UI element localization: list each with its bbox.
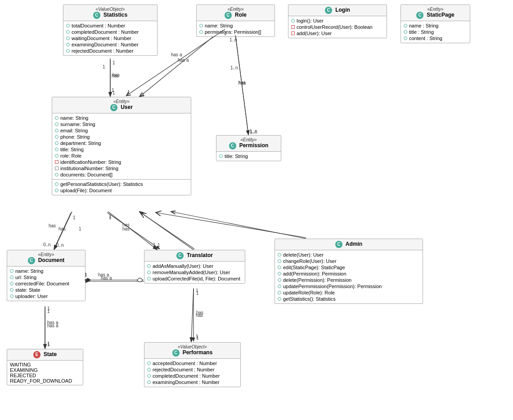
state-val-2: EXAMINING (10, 367, 80, 373)
box-admin: C Admin delete(User): User changeRole(Us… (274, 239, 423, 304)
translator-circle: C (176, 252, 184, 259)
statistics-attr-2: completedDocument : Number (66, 29, 154, 35)
state-circle: E (33, 351, 40, 358)
dot (66, 36, 70, 40)
permission-attrs: title: String (216, 152, 281, 161)
label-1-trans2: 1 (153, 242, 156, 247)
statistics-stereotype: «ValueObject» (66, 7, 154, 12)
user-circle: C (110, 104, 117, 111)
staticpage-header: «Entity» C StaticPage (401, 5, 470, 21)
box-statistics: «ValueObject» C Statistics totalDocument… (63, 5, 158, 56)
staticpage-attrs: name : String title : String content : S… (401, 21, 470, 43)
role-attr-2: permissions: Permission[] (199, 29, 272, 35)
label-1-doc: 1 (79, 226, 81, 231)
admin-method-7: updateRole(Role): Role (278, 289, 420, 296)
svg-text:1: 1 (127, 90, 130, 95)
login-method-2: controlUserRecord(User): Boolean (291, 24, 384, 30)
statistics-attr-5: rejectedDocument : Number (66, 48, 154, 54)
box-login: C Login login(): User controlUserRecord(… (288, 5, 387, 38)
admin-circle: C (335, 241, 342, 248)
permission-title: Permission (239, 142, 269, 149)
dot (66, 49, 70, 53)
user-method-1: getPersonalStatistics(User): Statistics (55, 181, 188, 187)
svg-line-8 (140, 212, 194, 250)
state-values: WAITING EXAMINING REJECTED READY_FOR_DOW… (7, 361, 83, 385)
dot (10, 288, 14, 292)
dot (147, 271, 151, 274)
performans-stereotype: «ValueObject» (147, 344, 238, 349)
dot (10, 275, 14, 279)
translator-methods: addAsManually(User): User removeManually… (144, 262, 245, 283)
statistics-title: C Statistics (66, 12, 154, 19)
permission-circle: C (229, 142, 236, 149)
svg-text:1: 1 (158, 243, 160, 248)
translator-title-row: C Translator (147, 252, 242, 259)
dot (404, 24, 407, 27)
admin-method-2: changeRole(User): User (278, 258, 420, 264)
dot (55, 148, 58, 151)
dot (55, 154, 58, 158)
login-method-3: add(User): User (291, 30, 384, 36)
document-attr-url: url: String (10, 274, 82, 280)
user-attr-role: role: Role (55, 153, 188, 159)
dot (199, 24, 203, 27)
dot (66, 43, 70, 46)
dot (278, 285, 281, 288)
dot (278, 253, 281, 257)
performans-title: Performans (183, 349, 213, 356)
role-attrs: name: String permissions: Permission[] (197, 21, 274, 36)
user-attr-email: email: String (55, 127, 188, 134)
user-methods: getPersonalStatistics(User): Statistics … (52, 180, 191, 195)
user-attr-instnum: institutionalNumber: String (55, 165, 188, 172)
login-methods: login(): User controlUserRecord(User): B… (288, 16, 387, 38)
user-attr-docs: documents: Document[] (55, 172, 188, 178)
svg-line-36 (140, 212, 194, 249)
translator-title: Translator (187, 252, 213, 258)
label-1-stat: 1 (112, 88, 114, 93)
document-attr-state: state: State (10, 287, 82, 293)
user-stereotype: «Entity» (55, 99, 188, 104)
staticpage-attr-2: title : String (404, 29, 467, 35)
svg-line-32 (107, 212, 160, 249)
svg-line-12 (191, 288, 194, 342)
staticpage-stereotype: «Entity» (404, 7, 467, 12)
admin-method-4: add(Permission): Permission (278, 271, 420, 277)
performans-attrs: acceptedDocument : Number rejectedDocume… (144, 359, 240, 387)
statistics-attrs: totalDocument : Number completedDocument… (63, 21, 157, 55)
label-1n-perm: 1..n (250, 130, 257, 135)
user-attr-name: name: String (55, 115, 188, 121)
user-method-2: upload(File): Document (55, 187, 188, 194)
state-val-4: READY_FOR_DOWNLOAD (10, 378, 80, 384)
label-hasa-state: has a (47, 323, 58, 328)
svg-line-7 (108, 212, 158, 250)
svg-text:has a: has a (171, 52, 182, 57)
login-title-row: C Login (291, 7, 384, 14)
dot (291, 19, 295, 23)
dot (66, 24, 70, 27)
label-has3: has (238, 80, 246, 85)
dot (55, 160, 58, 164)
box-user: «Entity» C User name: String surname: St… (52, 97, 191, 195)
dot (404, 30, 407, 34)
document-attr-uploader: uploader: User (10, 293, 82, 299)
statistics-attr-4: examiningDocument : Number (66, 41, 154, 48)
user-attrs: name: String surname: String email: Stri… (52, 113, 191, 180)
statistics-circle: C (93, 12, 100, 19)
svg-text:has: has (49, 223, 56, 228)
login-circle: C (325, 7, 332, 14)
admin-title: Admin (346, 241, 362, 247)
admin-method-6: updatePermmission(Permission): Permissio… (278, 283, 420, 289)
staticpage-title: StaticPage (427, 12, 454, 18)
svg-text:0..n: 0..n (56, 243, 64, 248)
permission-header: «Entity» C Permission (216, 135, 281, 152)
permission-attr-1: title: String (219, 153, 278, 159)
label-1-stat2: 1 (103, 64, 105, 69)
svg-text:1: 1 (112, 60, 115, 65)
label-has4: has (58, 226, 66, 231)
svg-text:1..n: 1..n (230, 37, 237, 42)
label-has5: has (122, 226, 130, 231)
label-1-state: 1 (47, 341, 50, 346)
login-method-1: login(): User (291, 18, 384, 24)
user-attr-surname: surname: String (55, 121, 188, 127)
login-title: Login (335, 7, 350, 13)
